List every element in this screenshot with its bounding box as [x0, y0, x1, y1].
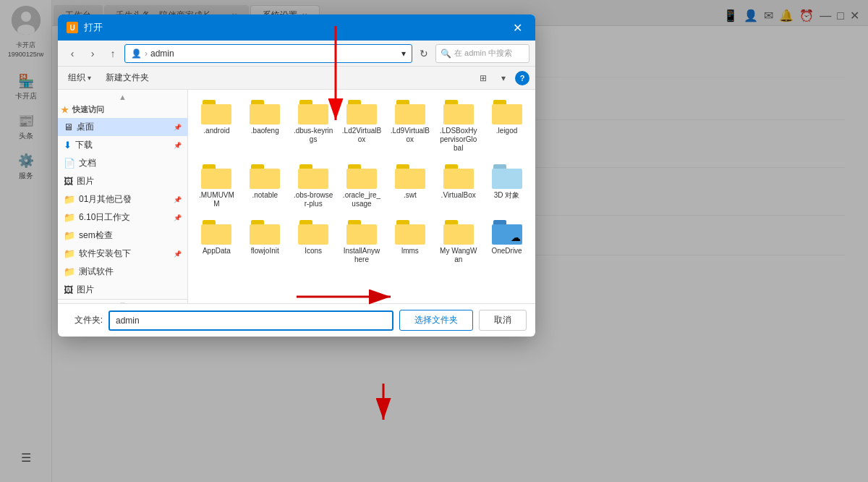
search-bar[interactable]: 🔍 在 admin 中搜索 [435, 44, 529, 63]
tree-item-pictures2[interactable]: 🖼 图片 [58, 281, 187, 299]
tree-scroll-down[interactable]: ▼ [58, 299, 187, 303]
nav-back-btn[interactable]: ‹ [64, 45, 81, 62]
search-icon: 🔍 [441, 48, 451, 59]
desktop-folder-icon: 🖥 [64, 122, 73, 132]
tree-610-label: 6.10日工作文 [79, 211, 130, 224]
file-icons-name: Icons [305, 247, 322, 255]
view-dropdown-btn[interactable]: ▾ [495, 69, 512, 87]
folder-obs-img [298, 164, 328, 189]
pin-icon-desktop: 📌 [174, 124, 182, 131]
view-toggle-btn[interactable]: ⊞ [475, 69, 492, 87]
tree-desktop-label: 桌面 [77, 121, 94, 133]
folder-lmms-img [395, 220, 425, 245]
software-folder-icon: 📁 [64, 248, 75, 259]
file-onedrive-name: OneDrive [491, 247, 522, 255]
file-item-mywangwan[interactable]: My WangWan [435, 216, 481, 269]
nav-up-btn[interactable]: ↑ [104, 45, 122, 62]
file-item-installanywhere[interactable]: InstallAnywhere [339, 216, 385, 269]
select-folder-btn[interactable]: 选择文件夹 [399, 310, 473, 331]
tree-scroll-up[interactable]: ▲ [58, 93, 187, 101]
doc-folder-icon: 📄 [64, 158, 75, 169]
tree-item-software[interactable]: 📁 软件安装包下 📌 [58, 245, 187, 263]
filename-input[interactable] [109, 310, 393, 331]
nav-refresh-btn[interactable]: ↻ [415, 45, 433, 62]
file-item-leigod[interactable]: .leigod [484, 96, 529, 157]
pin-icon-610: 📌 [174, 214, 182, 221]
download-folder-icon: ⬇ [64, 140, 72, 151]
folder-installanywhere-img [346, 220, 377, 245]
folder-mumuvmm-img [201, 164, 231, 189]
file-item-lmms[interactable]: lmms [387, 216, 433, 269]
tree-item-610work[interactable]: 📁 6.10日工作文 📌 [58, 208, 187, 227]
breadcrumb-icon: 👤 [131, 48, 142, 59]
file-virtualbox-name: .VirtualBox [441, 191, 476, 200]
organize-label: 组织 [68, 72, 85, 84]
organize-dropdown-icon: ▾ [88, 74, 91, 82]
tree-item-semcheck[interactable]: 📁 sem检查 [58, 227, 187, 245]
folder-mywangwan-img [443, 220, 474, 245]
cancel-btn[interactable]: 取消 [479, 310, 527, 331]
new-folder-btn[interactable]: 新建文件夹 [101, 70, 153, 85]
file-item-obs[interactable]: .obs-browser-plus [291, 160, 336, 213]
breadcrumb-separator: › [145, 48, 148, 59]
star-icon: ★ [61, 105, 69, 115]
pin-icon-software: 📌 [174, 250, 182, 258]
file-swt-name: .swt [404, 191, 417, 200]
folder-oracle-img [346, 164, 377, 189]
file-flowjoinit-name: flowjoInit [251, 247, 279, 255]
file-appdata-name: AppData [203, 247, 231, 255]
file-3dobj-name: 3D 对象 [494, 191, 520, 200]
help-btn[interactable]: ? [515, 71, 529, 85]
file-item-dbus[interactable]: .dbus-keyrings [291, 96, 336, 157]
tree-pictures-label: 图片 [77, 175, 94, 187]
folder-baofeng-img [250, 100, 280, 124]
tree-item-jan-others[interactable]: 📁 01月其他已發 📌 [58, 190, 187, 208]
breadcrumb-bar[interactable]: 👤 › admin ▾ [124, 44, 412, 63]
file-item-mumuvmm[interactable]: .MUMUVMM [194, 160, 239, 213]
file-item-virtualbox[interactable]: .VirtualBox [435, 160, 481, 213]
tree-jan-label: 01月其他已發 [79, 193, 132, 206]
file-ldsbox-name: .LDSBoxHypervisorGlobal [438, 127, 478, 153]
file-item-flowjoinit[interactable]: flowjoInit [242, 216, 288, 269]
file-item-oracle[interactable]: .oracle_jre_usage [339, 160, 385, 213]
organize-btn[interactable]: 组织 ▾ [64, 70, 95, 85]
file-item-swt[interactable]: .swt [387, 160, 433, 213]
search-placeholder: 在 admin 中搜索 [454, 48, 512, 59]
file-android-name: .android [203, 127, 229, 135]
folder-ldsbox-img [443, 100, 474, 124]
nav-forward-btn[interactable]: › [84, 45, 101, 62]
file-item-baofeng[interactable]: .baofeng [242, 96, 288, 157]
testsw-folder-icon: 📁 [64, 266, 75, 277]
tree-item-testsoftware[interactable]: 📁 测试软件 [58, 263, 187, 281]
file-dbus-name: .dbus-keyrings [294, 127, 333, 144]
file-baofeng-name: .baofeng [251, 127, 279, 135]
file-item-ldsbox[interactable]: .LDSBoxHypervisorGlobal [435, 96, 481, 157]
file-item-appdata[interactable]: AppData [194, 216, 239, 269]
file-ld2-name: .Ld2VirtualBox [342, 127, 382, 144]
tree-item-documents[interactable]: 📄 文档 [58, 154, 187, 172]
dialog-toolbar: 组织 ▾ 新建文件夹 ⊞ ▾ ? [58, 67, 535, 90]
pin-icon-jan: 📌 [174, 196, 182, 203]
tree-item-downloads[interactable]: ⬇ 下载 📌 [58, 136, 187, 154]
file-item-notable[interactable]: .notable [242, 160, 288, 213]
file-item-ld2[interactable]: .Ld2VirtualBox [339, 96, 385, 157]
file-item-icons[interactable]: Icons [291, 216, 336, 269]
file-item-ld9[interactable]: .Ld9VirtualBox [387, 96, 433, 157]
file-item-onedrive[interactable]: ☁ OneDrive [484, 216, 529, 269]
tree-item-pictures[interactable]: 🖼 图片 [58, 172, 187, 190]
folder-flowjoinit-img [250, 220, 280, 245]
folder-dbus-img [298, 100, 328, 124]
jan-folder-icon: 📁 [64, 194, 75, 205]
files-panel: .android .baofeng .dbus-keyrings [188, 90, 535, 303]
dialog-nav: ‹ › ↑ 👤 › admin ▾ ↻ 🔍 在 admin 中搜索 [58, 41, 535, 67]
dialog-close-btn[interactable]: ✕ [509, 20, 527, 36]
tree-item-desktop[interactable]: 🖥 桌面 📌 [58, 118, 187, 136]
tree-sem-label: sem检查 [79, 229, 113, 242]
breadcrumb-dropdown-icon: ▾ [401, 48, 406, 59]
folder-onedrive-img: ☁ [492, 220, 522, 245]
file-item-3dobj[interactable]: 3D 对象 [484, 160, 529, 213]
dialog-body: ▲ ★ 快速访问 🖥 桌面 📌 ⬇ 下载 📌 📄 文档 [58, 90, 535, 303]
file-item-android[interactable]: .android [194, 96, 239, 157]
file-obs-name: .obs-browser-plus [294, 191, 333, 208]
new-folder-label: 新建文件夹 [106, 72, 149, 84]
